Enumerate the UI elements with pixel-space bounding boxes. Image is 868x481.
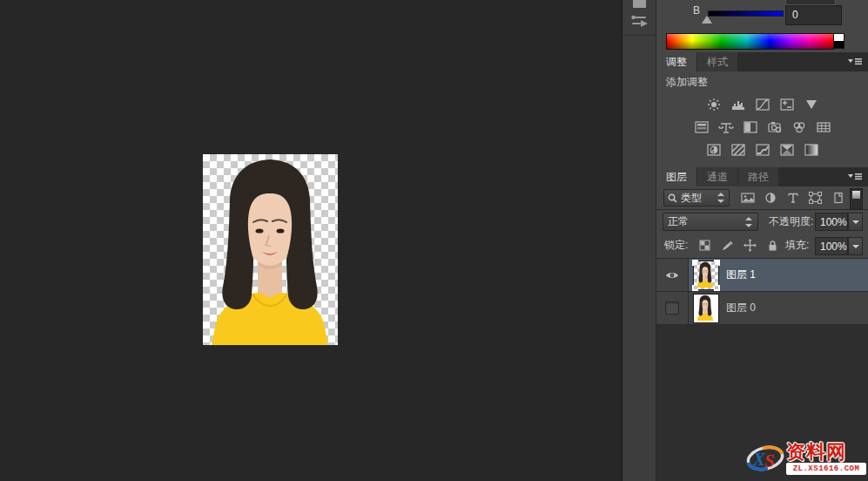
- portrait-image: [203, 154, 338, 345]
- blend-mode-select[interactable]: 正常: [663, 213, 758, 231]
- black-swatch[interactable]: [833, 41, 844, 49]
- brush-presets-panel-icon[interactable]: [629, 12, 650, 31]
- channel-b-value-field[interactable]: 0: [785, 5, 842, 25]
- layer-1-thumbnail[interactable]: [693, 261, 719, 290]
- layer-0-name[interactable]: 图层 0: [726, 292, 756, 324]
- eye-icon: [665, 271, 679, 280]
- color-lookup-icon[interactable]: [814, 119, 833, 136]
- document-canvas: [0, 0, 622, 481]
- lock-fill-row: 锁定: 填充: 100%: [656, 234, 868, 258]
- channel-b-label: B: [693, 4, 700, 17]
- channel-b-slider-thumb[interactable]: [702, 16, 712, 24]
- brightness-contrast-icon[interactable]: [704, 96, 723, 113]
- hue-saturation-icon[interactable]: [692, 119, 711, 136]
- posterize-icon[interactable]: [729, 141, 748, 159]
- fill-label: 填充:: [785, 234, 809, 257]
- watermark: X S 资料网 ZL.XS1616.COM: [745, 439, 867, 478]
- layer-filtering-toggle[interactable]: [850, 188, 863, 210]
- adjustments-panel-body: 添加调整: [656, 71, 868, 167]
- layer-row-1[interactable]: 图层 1: [656, 259, 868, 292]
- chevron-down-icon: [852, 220, 859, 224]
- tab-channels[interactable]: 通道: [697, 167, 737, 186]
- lock-transparency-icon[interactable]: [697, 239, 711, 252]
- swatch-panel-icon[interactable]: [633, 0, 646, 8]
- tab-styles[interactable]: 样式: [697, 52, 737, 71]
- svg-text:S: S: [764, 451, 775, 471]
- tab-paths[interactable]: 路径: [738, 167, 778, 186]
- xs-logo-icon: X S: [745, 441, 785, 476]
- dock-icon-group: [622, 0, 656, 36]
- adjustment-icon-row-1: [656, 96, 868, 113]
- chevron-down-icon: [852, 245, 859, 248]
- watermark-url-strip: ZL.XS1616.COM: [786, 463, 866, 475]
- opacity-dropdown-button[interactable]: [848, 213, 863, 231]
- channel-mixer-icon[interactable]: [790, 119, 809, 136]
- shape-layer-filter-icon[interactable]: [808, 191, 823, 205]
- add-adjustment-label: 添加调整: [666, 75, 708, 90]
- adjustment-icon-row-3: [656, 141, 868, 159]
- layer-0-thumbnail[interactable]: [693, 294, 719, 323]
- lock-label: 锁定:: [664, 234, 688, 257]
- visibility-cell[interactable]: [656, 259, 689, 291]
- black-white-icon[interactable]: [741, 119, 760, 136]
- layer-kind-filters: [740, 191, 845, 205]
- right-panel: B 0 调整 样式 添加调整: [656, 0, 868, 481]
- opacity-label: 不透明度:: [769, 210, 813, 234]
- photo-layer-image: [203, 154, 338, 345]
- photo-filter-icon[interactable]: [765, 119, 784, 136]
- collapsed-panel-dock: [622, 0, 656, 481]
- tab-adjustments[interactable]: 调整: [656, 52, 696, 71]
- selective-color-icon[interactable]: [777, 141, 797, 159]
- search-icon: [668, 193, 677, 203]
- watermark-url: ZL.XS1616.COM: [786, 463, 866, 475]
- curves-icon[interactable]: [753, 96, 772, 113]
- smart-object-filter-icon[interactable]: [831, 191, 845, 205]
- tab-layers[interactable]: 图层: [656, 167, 696, 186]
- fill-value-field[interactable]: 100%: [815, 237, 848, 255]
- updown-arrows-icon: [717, 193, 725, 203]
- adjustment-layer-filter-icon[interactable]: [763, 191, 777, 205]
- lock-buttons: [697, 239, 779, 252]
- blend-mode-value: 正常: [668, 214, 745, 229]
- opacity-value-field[interactable]: 100%: [815, 213, 848, 231]
- layer-1-name[interactable]: 图层 1: [726, 259, 756, 291]
- lock-all-icon[interactable]: [765, 239, 779, 252]
- gradient-map-icon[interactable]: [802, 141, 821, 159]
- pixel-layer-filter-icon[interactable]: [740, 191, 755, 205]
- visibility-cell[interactable]: [656, 292, 689, 324]
- updown-arrows-icon: [745, 217, 753, 227]
- levels-icon[interactable]: [729, 96, 748, 113]
- adjustments-tabbar: 调整 样式: [656, 52, 868, 71]
- adjustments-panel-menu-icon[interactable]: [848, 58, 862, 65]
- layers-panel-menu-icon[interactable]: [848, 173, 862, 180]
- channel-b-slider[interactable]: [708, 10, 784, 17]
- adjustment-icon-row-2: [656, 119, 868, 136]
- color-spectrum-ramp[interactable]: [666, 33, 834, 50]
- type-layer-filter-icon[interactable]: [785, 191, 800, 205]
- hidden-visibility-checkbox[interactable]: [665, 301, 679, 315]
- vibrance-icon[interactable]: [802, 96, 821, 113]
- threshold-icon[interactable]: [753, 141, 772, 159]
- lock-position-icon[interactable]: [743, 239, 757, 252]
- exposure-icon[interactable]: [777, 96, 797, 113]
- lock-paint-icon[interactable]: [720, 239, 734, 252]
- filter-type-select[interactable]: 类型: [663, 189, 730, 207]
- blend-opacity-row: 正常 不透明度: 100%: [656, 210, 868, 234]
- color-balance-icon[interactable]: [717, 119, 736, 136]
- layer-filter-row: 类型: [656, 186, 868, 210]
- filter-type-label: 类型: [681, 191, 714, 206]
- invert-icon[interactable]: [704, 141, 723, 159]
- fill-dropdown-button[interactable]: [848, 237, 863, 255]
- watermark-site-name: 资料网: [786, 439, 846, 465]
- layer-row-0[interactable]: 图层 0: [656, 292, 868, 325]
- color-panel: B 0: [656, 0, 868, 52]
- layers-tabbar: 图层 通道 路径: [656, 167, 868, 186]
